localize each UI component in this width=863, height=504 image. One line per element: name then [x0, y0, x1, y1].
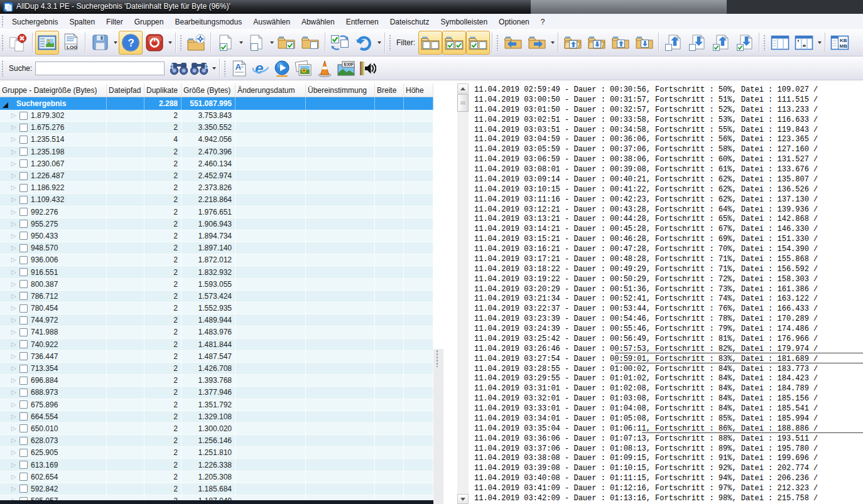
- close-search-button[interactable]: [143, 31, 166, 55]
- save-dropdown[interactable]: [112, 32, 119, 53]
- filter-checked-button[interactable]: [442, 31, 466, 55]
- find-next-button[interactable]: [189, 58, 210, 78]
- undo-dropdown[interactable]: [376, 32, 383, 53]
- scroll-up-button[interactable]: [457, 83, 469, 94]
- table-row[interactable]: 736.44721.487.547: [0, 351, 433, 363]
- expander-collapsed-icon[interactable]: [11, 161, 19, 167]
- column-header[interactable]: Übereinstimmung: [306, 83, 375, 97]
- expander-collapsed-icon[interactable]: [11, 112, 19, 119]
- table-row[interactable]: 1.109.43222.218.864: [0, 194, 433, 206]
- expander-collapsed-icon[interactable]: [11, 293, 19, 299]
- menu-item-bearbeitungsmodus[interactable]: Bearbeitungsmodus: [169, 16, 247, 28]
- group-checkbox[interactable]: [19, 124, 28, 132]
- menu-item-?[interactable]: ?: [535, 16, 551, 28]
- open-text-viewer-button[interactable]: A: [229, 58, 250, 78]
- deselect-folder-button[interactable]: [299, 31, 323, 55]
- group-checkbox[interactable]: [19, 461, 28, 469]
- splitter-grip[interactable]: [436, 350, 439, 367]
- expander-collapsed-icon[interactable]: [11, 414, 19, 420]
- table-row[interactable]: 786.71221.573.424: [0, 291, 433, 303]
- open-folder-up-button[interactable]: [561, 31, 585, 55]
- column-header[interactable]: Gruppe - Dateigröße (Bytes): [0, 83, 107, 97]
- group-checkbox[interactable]: [19, 485, 28, 493]
- group-checkbox[interactable]: [19, 340, 28, 348]
- title-bar[interactable]: AllDup 4.3.1 PE - Suchergebnis 'Dateiinh…: [0, 0, 863, 14]
- group-checkbox[interactable]: [19, 280, 28, 288]
- open-browser-button[interactable]: e: [250, 58, 271, 78]
- expander-collapsed-icon[interactable]: [11, 173, 19, 179]
- group-checkbox[interactable]: [19, 473, 28, 481]
- preview-toggle-button[interactable]: [35, 31, 59, 55]
- file-up-checked-button[interactable]: [709, 31, 733, 55]
- table-row[interactable]: 625.90521.251.810: [0, 447, 433, 459]
- group-checkbox[interactable]: [19, 316, 28, 324]
- menu-item-abw-hlen[interactable]: Abwählen: [296, 16, 340, 28]
- toolbar-grip[interactable]: [496, 35, 499, 51]
- group-checkbox[interactable]: [19, 172, 28, 180]
- group-checkbox[interactable]: [19, 184, 28, 192]
- next-folder-button[interactable]: [525, 31, 549, 55]
- table-row[interactable]: 744.97221.489.944: [0, 314, 433, 326]
- select-files-button[interactable]: [214, 31, 237, 55]
- open-folder-down-button[interactable]: [585, 31, 609, 55]
- table-row[interactable]: 1.235.51444.942.056: [0, 134, 433, 146]
- discard-results-button[interactable]: [6, 31, 30, 55]
- group-checkbox[interactable]: [19, 244, 28, 252]
- expander-collapsed-icon[interactable]: [11, 281, 19, 287]
- menu-item-entfernen[interactable]: Entfernen: [340, 16, 384, 28]
- close-search-dropdown[interactable]: [166, 32, 173, 53]
- toolbar-grip[interactable]: [763, 35, 766, 51]
- menu-item-symbolleisten[interactable]: Symbolleisten: [435, 16, 493, 28]
- expander-collapsed-icon[interactable]: [11, 449, 19, 456]
- toolbar-grip[interactable]: [1, 60, 4, 77]
- menu-item-spalten[interactable]: Spalten: [63, 16, 100, 28]
- table-row[interactable]: 688.97321.377.946: [0, 387, 433, 399]
- table-row-root[interactable]: Suchergebnis2.288551.087.995: [0, 97, 433, 110]
- column-width-dropdown[interactable]: [816, 32, 823, 53]
- file-down-button[interactable]: [685, 31, 709, 55]
- expander-collapsed-icon[interactable]: [11, 389, 19, 395]
- folder-up-button[interactable]: [609, 31, 632, 55]
- group-checkbox[interactable]: [19, 208, 28, 216]
- open-image-viewer-button[interactable]: [293, 58, 314, 78]
- tree-scrollbar-track[interactable]: [433, 349, 443, 504]
- group-checkbox[interactable]: [19, 365, 28, 373]
- group-checkbox[interactable]: [19, 304, 28, 313]
- group-checkbox[interactable]: [19, 292, 28, 300]
- table-row[interactable]: 675.89621.351.792: [0, 399, 433, 411]
- expander-collapsed-icon[interactable]: [11, 353, 19, 360]
- select-files-dropdown[interactable]: [237, 32, 244, 53]
- group-checkbox[interactable]: [19, 424, 28, 432]
- expander-collapsed-icon[interactable]: [11, 377, 19, 383]
- table-row[interactable]: 602.65421.205.308: [0, 471, 433, 483]
- group-checkbox[interactable]: [19, 328, 28, 336]
- column-header[interactable]: Duplikate: [144, 83, 182, 97]
- scrollbar-thumb[interactable]: [457, 94, 469, 112]
- open-vlc-button[interactable]: [314, 58, 335, 78]
- scroll-down-button[interactable]: [457, 494, 469, 504]
- search-input[interactable]: [35, 62, 165, 75]
- table-row[interactable]: 800.38721.593.055: [0, 279, 433, 291]
- group-checkbox[interactable]: [19, 220, 28, 228]
- toolbar-grip[interactable]: [224, 60, 227, 77]
- group-checkbox[interactable]: [19, 256, 28, 264]
- expander-collapsed-icon[interactable]: [11, 426, 19, 432]
- column-header[interactable]: Breite: [375, 83, 404, 97]
- expander-collapsed-icon[interactable]: [11, 136, 19, 142]
- expander-expanded-icon[interactable]: [3, 102, 8, 108]
- toolbar-grip[interactable]: [389, 35, 392, 51]
- expander-collapsed-icon[interactable]: [11, 257, 19, 263]
- file-up-button[interactable]: [661, 31, 685, 55]
- table-row[interactable]: 713.35421.426.708: [0, 363, 433, 375]
- column-header[interactable]: Höhe: [404, 83, 433, 97]
- expander-collapsed-icon[interactable]: [11, 233, 19, 239]
- open-media-player-button[interactable]: [271, 58, 293, 78]
- menu-item-gruppen[interactable]: Gruppen: [129, 16, 170, 28]
- table-row[interactable]: 780.45421.552.935: [0, 303, 433, 314]
- table-row[interactable]: 1.675.27623.350.552: [0, 122, 433, 134]
- expander-collapsed-icon[interactable]: [11, 149, 19, 155]
- table-row[interactable]: 1.230.06722.460.134: [0, 158, 433, 170]
- file-down-checked-button[interactable]: [733, 31, 757, 55]
- toolbar-grip[interactable]: [1, 35, 4, 51]
- group-checkbox[interactable]: [19, 268, 28, 276]
